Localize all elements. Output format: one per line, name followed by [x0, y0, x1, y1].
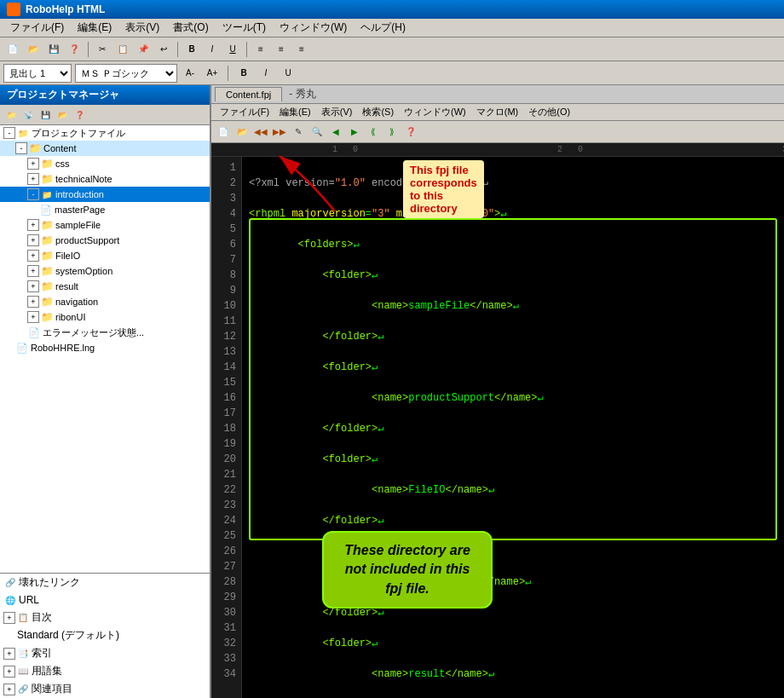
cut-button[interactable]: ✂ — [93, 40, 112, 59]
right-btn-nav2[interactable]: ▶▶ — [271, 124, 288, 141]
right-btn-nav5[interactable]: ⟪ — [365, 124, 382, 141]
ln-1: 1 — [216, 160, 236, 176]
tree-item-glossary[interactable]: + 📖 用語集 — [0, 662, 210, 680]
panel-btn-help[interactable]: ❓ — [72, 107, 87, 123]
right-menu-edit[interactable]: 編集(E) — [274, 105, 316, 119]
menu-format[interactable]: 書式(O) — [166, 19, 215, 37]
tree-item-root[interactable]: - 📁 プロジェクトファイル — [0, 125, 210, 141]
tree-item-systemoption[interactable]: + 📁 systemOption — [0, 263, 210, 279]
right-btn-nav3[interactable]: ◀ — [327, 124, 344, 141]
expander-ribonui[interactable]: + — [27, 311, 39, 323]
menu-tools[interactable]: ツール(T) — [216, 19, 273, 37]
expander-result[interactable]: + — [27, 280, 39, 292]
ln-3: 3 — [216, 191, 236, 206]
tree-item-navigation[interactable]: + 📁 navigation — [0, 294, 210, 309]
tree-item-result[interactable]: + 📁 result — [0, 279, 210, 294]
right-btn-help2[interactable]: ❓ — [402, 124, 419, 141]
expander-toc[interactable]: + — [3, 612, 15, 624]
tree-item-technicalnote[interactable]: + 📁 technicalNote — [0, 171, 210, 187]
align-right[interactable]: ≡ — [292, 40, 311, 59]
menu-help[interactable]: ヘルプ(H) — [354, 19, 412, 37]
expander-index[interactable]: + — [3, 648, 15, 660]
open-button[interactable]: 📂 — [24, 40, 43, 59]
font-select[interactable]: ＭＳ Ｐゴシック — [75, 64, 177, 83]
right-menu-view[interactable]: 表示(V) — [316, 105, 358, 119]
right-btn-search[interactable]: 🔍 — [308, 124, 326, 141]
menu-file[interactable]: ファイル(F) — [3, 19, 71, 37]
expander-introduction[interactable]: - — [27, 188, 39, 200]
expander-productsupport[interactable]: + — [27, 234, 39, 246]
expander-navigation[interactable]: + — [27, 296, 39, 308]
expander-technicalnote[interactable]: + — [27, 173, 39, 185]
right-menu-window[interactable]: ウィンドウ(W) — [399, 105, 471, 119]
ln-25: 25 — [216, 528, 236, 544]
tree-item-url[interactable]: 🌐 URL — [0, 591, 210, 609]
align-left[interactable]: ≡ — [251, 40, 270, 59]
tree-area[interactable]: - 📁 プロジェクトファイル - 📁 Content + 📁 css — [0, 125, 210, 573]
tree-item-error[interactable]: 📄 エラーメッセージ状態... — [0, 325, 210, 340]
menu-view[interactable]: 表示(V) — [118, 19, 166, 37]
tree-item-css[interactable]: + 📁 css — [0, 156, 210, 171]
expander-root[interactable]: - — [3, 127, 15, 139]
expander-fileio[interactable]: + — [27, 250, 39, 262]
tree-item-toc[interactable]: + 📋 目次 — [0, 609, 210, 626]
menu-window[interactable]: ウィンドウ(W) — [273, 19, 354, 37]
panel-title: プロジェクトマネージャ — [0, 85, 210, 105]
tree-item-broken-links[interactable]: 🔗 壊れたリンク — [0, 574, 210, 591]
tree-item-index[interactable]: + 📑 索引 — [0, 644, 210, 662]
copy-button[interactable]: 📋 — [113, 40, 132, 59]
panel-btn-new[interactable]: 📁 — [3, 107, 19, 123]
font-size-up[interactable]: A+ — [203, 64, 222, 83]
tree-item-robohhre[interactable]: 📄 RoboHHRE.lng — [0, 340, 210, 355]
save-button[interactable]: 💾 — [44, 40, 63, 59]
panel-btn-save[interactable]: 💾 — [37, 107, 53, 123]
style-select[interactable]: 見出し 1 — [3, 64, 72, 83]
right-menu-search[interactable]: 検索(S) — [357, 105, 399, 119]
font-size-down[interactable]: A- — [181, 64, 199, 83]
expander-samplefile[interactable]: + — [27, 219, 39, 231]
tree-item-related[interactable]: + 🔗 関連項目 — [0, 680, 210, 698]
right-tab-fpj[interactable]: Content.fpj — [215, 87, 282, 101]
right-btn-nav1[interactable]: ◀◀ — [252, 124, 269, 141]
tree-item-content[interactable]: - 📁 Content — [0, 141, 210, 156]
tree-item-introduction[interactable]: - 📁 introduction — [0, 187, 210, 202]
tree-item-productsupport[interactable]: + 📁 productSupport — [0, 233, 210, 248]
align-center[interactable]: ≡ — [272, 40, 291, 59]
italic-button[interactable]: I — [203, 40, 222, 59]
bold-button[interactable]: B — [182, 40, 201, 59]
tree-item-ribonui[interactable]: + 📁 ribonUI — [0, 309, 210, 325]
right-menu-macro[interactable]: マクロ(M) — [471, 105, 524, 119]
tree-item-standard[interactable]: Standard (デフォルト) — [0, 626, 210, 644]
right-btn-cursor[interactable]: ✎ — [290, 124, 307, 141]
right-btn-nav4[interactable]: ▶ — [346, 124, 363, 141]
expander-css[interactable]: + — [27, 158, 39, 170]
expander-content[interactable]: - — [15, 142, 27, 154]
right-btn-new[interactable]: 📄 — [215, 124, 232, 141]
ln-7: 7 — [216, 252, 236, 268]
tree-item-samplefile[interactable]: + 📁 sampleFile — [0, 217, 210, 233]
expander-systemoption[interactable]: + — [27, 265, 39, 277]
expander-glossary[interactable]: + — [3, 666, 15, 678]
help-button[interactable]: ❓ — [65, 40, 84, 59]
ln-32: 32 — [216, 636, 236, 651]
code-line-2: <rhpml majorversion="3" minorversion="0"… — [249, 206, 777, 222]
underline2[interactable]: U — [279, 64, 297, 83]
panel-btn-folder[interactable]: 📂 — [55, 107, 70, 123]
menu-edit[interactable]: 編集(E) — [71, 19, 118, 37]
right-btn-open[interactable]: 📂 — [233, 124, 251, 141]
expander-related[interactable]: + — [3, 684, 15, 695]
tree-item-fileio[interactable]: + 📁 FileIO — [0, 248, 210, 263]
panel-btn-wifi[interactable]: 📡 — [20, 107, 36, 123]
italic2[interactable]: I — [257, 64, 275, 83]
new-button[interactable]: 📄 — [3, 40, 22, 59]
tree-label-root: プロジェクトファイル — [32, 127, 125, 140]
right-btn-nav6[interactable]: ⟫ — [383, 124, 401, 141]
right-menu-other[interactable]: その他(O) — [523, 105, 575, 119]
code-area[interactable]: 1 2 3 4 5 6 7 8 9 10 11 12 13 14 — [211, 157, 784, 698]
tree-item-masterpage[interactable]: 📄 masterPage — [0, 202, 210, 217]
undo-button[interactable]: ↩ — [154, 40, 173, 59]
right-menu-file[interactable]: ファイル(F) — [215, 105, 274, 119]
paste-button[interactable]: 📌 — [134, 40, 153, 59]
underline-button[interactable]: U — [223, 40, 242, 59]
bold2[interactable]: B — [234, 64, 253, 83]
